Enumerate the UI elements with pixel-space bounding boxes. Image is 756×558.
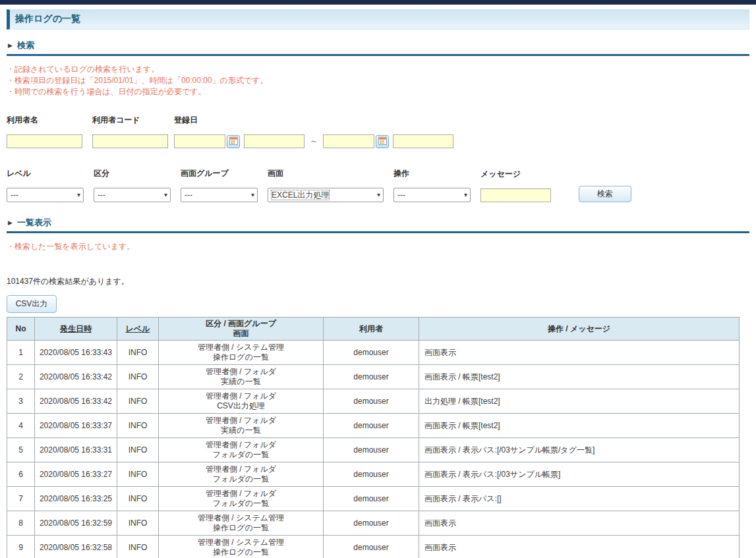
cell-category-group: 管理者側 / フォルダ [206,440,276,449]
page-title: 操作ログの一覧 [7,9,749,30]
cell-category-screen: フォルダの一覧 [213,450,269,459]
date-to-calendar-button[interactable] [376,135,389,148]
message-input[interactable] [480,188,551,202]
cell-category-screen: 操作ログの一覧 [213,523,269,532]
list-section-title: 一覧表示 [17,217,51,229]
search-notes: ・記録されているログの検索を行います。 ・検索項目の登録日は「2015/01/0… [7,64,749,98]
user-name-label: 利用者名 [7,115,82,126]
screen-select[interactable]: EXCEL出力処理▾ [268,188,384,202]
date-from-calendar-button[interactable] [227,135,240,148]
calendar-icon [229,136,238,147]
cell-category-group: 管理者側 / フォルダ [206,464,276,474]
cell-user: demouser [324,438,419,462]
cell-level: INFO [117,414,159,438]
cell-datetime: 2020/08/05 16:33:31 [35,438,117,462]
cell-datetime: 2020/08/05 16:32:58 [35,536,117,558]
csv-export-button[interactable]: CSV出力 [7,295,57,313]
cell-level: INFO [117,341,159,365]
table-row: 22020/08/05 16:33:42INFO管理者側 / フォルダ実績の一覧… [7,365,740,389]
cell-user: demouser [324,511,419,536]
cell-operation: 画面表示 / 表示パス:[/03サンプル帳票] [419,462,740,487]
chevron-down-icon: ▾ [77,188,80,202]
cell-datetime: 2020/08/05 16:33:25 [35,487,117,511]
list-section-header: ▶ 一覧表示 [7,217,749,233]
cell-category-screen: 操作ログの一覧 [213,352,269,362]
category-select[interactable]: ---▾ [94,188,171,202]
user-name-input[interactable] [7,134,82,148]
cell-user: demouser [324,462,419,487]
cell-category: 管理者側 / システム管理操作ログの一覧 [159,341,324,365]
cell-category-screen: 操作ログの一覧 [213,547,269,557]
cell-no: 3 [7,389,35,414]
screen-group-select-value: --- [185,190,192,200]
cell-datetime: 2020/08/05 16:33:27 [35,462,117,487]
header-user: 利用者 [324,318,419,341]
cell-category-group: 管理者側 / システム管理 [198,513,284,522]
cell-category: 管理者側 / システム管理操作ログの一覧 [159,536,324,558]
cell-category-screen: フォルダの一覧 [213,474,269,484]
cell-operation: 画面表示 / 表示パス:[] [419,487,740,511]
table-row: 52020/08/05 16:33:31INFO管理者側 / フォルダフォルダの… [7,438,740,462]
cell-category-screen: 実績の一覧 [221,426,260,435]
header-operation: 操作 / メッセージ [419,318,740,341]
level-select[interactable]: ---▾ [7,188,84,202]
search-form-row-2: レベル ---▾ 区分 ---▾ 画面グループ ---▾ 画面 EXCEL出力処… [7,168,749,202]
cell-category: 管理者側 / フォルダ実績の一覧 [159,365,324,389]
cell-category: 管理者側 / フォルダ実績の一覧 [159,414,324,438]
table-header-row: No 発生日時 レベル 区分 / 画面グループ画面 利用者 操作 / メッセージ [7,318,740,341]
header-category-line1: 区分 / 画面グループ [206,319,276,328]
category-label: 区分 [94,168,171,179]
cell-category-group: 管理者側 / フォルダ [206,416,276,425]
date-range-separator: ～ [310,136,318,147]
search-section-header: ▶ 検索 [7,40,749,56]
user-code-input[interactable] [92,134,168,148]
search-form-row-1: 利用者名 利用者コード 登録日 ～ [7,115,749,148]
calendar-icon [378,136,387,147]
level-select-value: --- [11,190,18,200]
operation-label: 操作 [393,168,471,179]
cell-operation: 出力処理 / 帳票[test2] [419,389,740,414]
table-row: 12020/08/05 16:33:43INFO管理者側 / システム管理操作ロ… [7,341,740,365]
cell-level: INFO [117,462,159,487]
header-no: No [7,318,35,341]
sort-level-link[interactable]: レベル [126,324,150,333]
sort-datetime-link[interactable]: 発生日時 [60,324,92,333]
cell-no: 8 [7,511,35,536]
cell-operation: 画面表示 [419,536,740,558]
cell-level: INFO [117,511,159,536]
triangle-right-icon: ▶ [8,42,13,49]
operation-select-value: --- [397,190,405,200]
cell-category: 管理者側 / フォルダCSV出力処理 [159,389,324,414]
level-label: レベル [7,168,84,179]
triangle-right-icon: ▶ [8,219,13,226]
category-select-value: --- [98,190,105,200]
cell-operation: 画面表示 [419,511,740,536]
operation-select[interactable]: ---▾ [393,188,471,202]
cell-datetime: 2020/08/05 16:33:42 [35,389,117,414]
search-note-2: ・検索項目の登録日は「2015/01/01」、時間は「00:00:00」の形式で… [7,75,749,86]
cell-category: 管理者側 / システム管理操作ログの一覧 [159,511,324,536]
cell-no: 2 [7,365,35,389]
chevron-down-icon: ▾ [251,188,254,202]
cell-user: demouser [324,487,419,511]
cell-level: INFO [117,365,159,389]
date-from-input[interactable] [174,134,225,148]
screen-group-select[interactable]: ---▾ [181,188,258,202]
table-row: 82020/08/05 16:32:59INFO管理者側 / システム管理操作ロ… [7,511,740,536]
reg-date-label: 登録日 [174,115,453,126]
search-note-3: ・時間での検索を行う場合は、日付の指定が必要です。 [7,86,749,98]
cell-operation: 画面表示 / 表示パス:[/03サンプル帳票/タグ一覧] [419,438,740,462]
cell-category-screen: CSV出力処理 [217,401,265,410]
time-to-input[interactable] [393,134,453,148]
top-strip [0,0,756,5]
cell-datetime: 2020/08/05 16:33:43 [35,341,117,365]
cell-level: INFO [117,389,159,414]
cell-no: 7 [7,487,35,511]
search-section-title: 検索 [17,40,34,51]
search-button[interactable]: 検索 [579,186,631,202]
date-to-input[interactable] [323,134,374,148]
cell-no: 4 [7,414,35,438]
cell-category-group: 管理者側 / フォルダ [206,489,276,498]
cell-level: INFO [117,536,159,558]
time-from-input[interactable] [244,134,305,148]
